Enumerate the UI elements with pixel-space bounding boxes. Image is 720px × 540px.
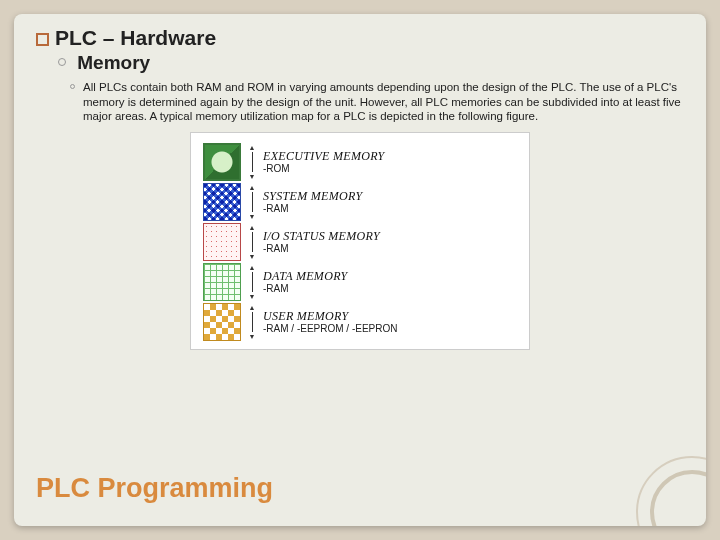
memory-row-data: DATA MEMORY -RAM [203,263,517,301]
memory-label: EXECUTIVE MEMORY -ROM [263,150,385,175]
corner-ornament-icon [636,456,706,526]
memory-row-io: I/O STATUS MEMORY -RAM [203,223,517,261]
swatch-user-icon [203,303,241,341]
body-paragraph-row: All PLCs contain both RAM and ROM in var… [70,80,684,124]
heading-line-2: Memory [58,52,684,74]
extent-arrows-icon [241,223,263,261]
memory-label: USER MEMORY -RAM / -EEPROM / -EEPRON [263,310,397,335]
swatch-executive-icon [203,143,241,181]
memory-label: SYSTEM MEMORY -RAM [263,190,362,215]
memory-row-user: USER MEMORY -RAM / -EEPROM / -EEPRON [203,303,517,341]
memory-label: DATA MEMORY -RAM [263,270,348,295]
square-bullet-icon [36,33,49,46]
heading-text: PLC – Hardware [55,26,216,50]
extent-arrows-icon [241,303,263,341]
swatch-io-icon [203,223,241,261]
extent-arrows-icon [241,143,263,181]
body-paragraph: All PLCs contain both RAM and ROM in var… [83,80,684,124]
swatch-system-icon [203,183,241,221]
heading-line-1: PLC – Hardware [36,26,684,50]
subheading-text: Memory [77,52,150,73]
memory-map-figure: EXECUTIVE MEMORY -ROM SYSTEM MEMORY -RAM… [190,132,530,350]
extent-arrows-icon [241,183,263,221]
memory-row-executive: EXECUTIVE MEMORY -ROM [203,143,517,181]
swatch-data-icon [203,263,241,301]
slide-card: PLC – Hardware Memory All PLCs contain b… [14,14,706,526]
memory-row-system: SYSTEM MEMORY -RAM [203,183,517,221]
extent-arrows-icon [241,263,263,301]
ring-bullet-icon [58,58,66,66]
mini-ring-bullet-icon [70,84,75,89]
memory-label: I/O STATUS MEMORY -RAM [263,230,380,255]
slide-title-footer: PLC Programming [36,473,273,504]
